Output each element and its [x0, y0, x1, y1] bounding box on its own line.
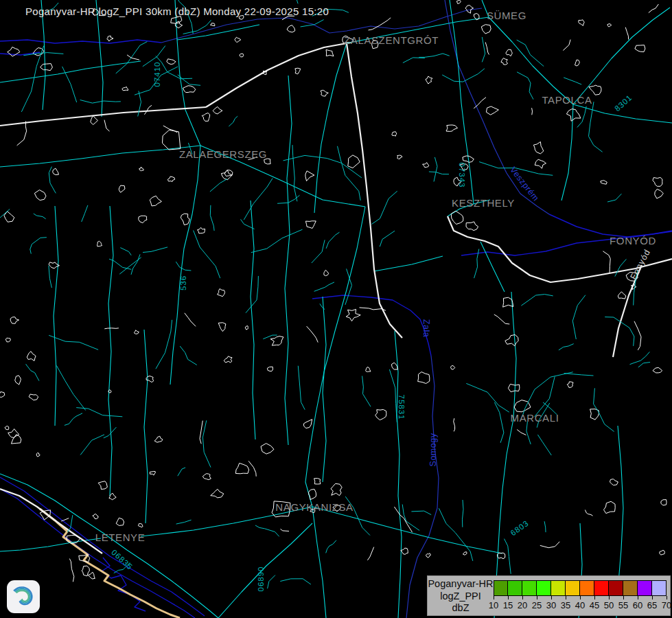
- minor-road-line: [419, 54, 450, 57]
- minor-road-line: [572, 295, 586, 339]
- legend-tick-label: 25: [529, 600, 544, 610]
- minor-road-line: [119, 258, 141, 274]
- settlement-outline: [181, 214, 189, 225]
- minor-road-line: [466, 383, 509, 412]
- settlement-outline: [5, 426, 9, 429]
- legend-tick-label: 15: [500, 600, 515, 610]
- small-outline-line: [625, 27, 628, 40]
- settlement-outline: [463, 552, 467, 556]
- legend-tick-mark: [594, 596, 595, 599]
- minor-road-line: [403, 58, 425, 63]
- settlement-outline: [150, 196, 161, 206]
- legend-color-cell: [566, 580, 580, 596]
- legend-tick-label: 30: [544, 600, 559, 610]
- settlement-outline: [610, 479, 618, 485]
- road-line: [312, 507, 326, 618]
- minor-road-line: [314, 282, 334, 291]
- road-line: [170, 146, 200, 385]
- legend-color-cell: [580, 580, 594, 596]
- settlement-outline: [138, 524, 143, 527]
- settlement-outline: [261, 444, 274, 454]
- map-canvas: [0, 0, 672, 618]
- minor-road-line: [49, 266, 52, 288]
- minor-road-line: [188, 143, 192, 154]
- radar-viewport: SÜMEGZALASZENTGRÓTTAPOLCAZALAEGERSZEGKES…: [0, 0, 672, 618]
- small-outline-line: [603, 251, 610, 273]
- minor-road-line: [312, 240, 325, 263]
- settlement-outline: [346, 309, 360, 321]
- legend-color-cell: [551, 580, 566, 596]
- legend-tick-mark: [580, 596, 581, 599]
- minor-road-line: [559, 344, 574, 350]
- settlement-outline: [139, 167, 143, 171]
- minor-road-line: [176, 262, 191, 271]
- settlement-outline: [122, 87, 128, 90]
- small-outline-line: [248, 157, 257, 159]
- settlement-outline: [0, 392, 5, 398]
- small-outline-line: [61, 518, 69, 521]
- legend-tick-mark: [494, 596, 494, 599]
- small-outline-line: [163, 126, 178, 133]
- settlement-outline: [163, 130, 181, 150]
- small-outline-line: [144, 105, 152, 115]
- settlement-outline: [567, 382, 573, 388]
- road-line: [561, 104, 573, 201]
- settlement-outline: [589, 85, 601, 95]
- minor-road-line: [607, 194, 621, 202]
- settlement-outline: [263, 71, 267, 75]
- minor-road-line: [301, 20, 324, 27]
- settlement-outline: [397, 155, 402, 159]
- small-outline-line: [69, 559, 74, 582]
- road-line: [0, 146, 200, 167]
- legend-tick-mark: [537, 596, 537, 599]
- settlement-outline: [653, 177, 662, 186]
- minor-road-line: [494, 402, 504, 443]
- legend-color-cell: [522, 580, 537, 596]
- small-outline-line: [127, 55, 139, 60]
- minor-road-line: [345, 496, 370, 536]
- minor-road-line: [615, 259, 627, 276]
- road-line: [450, 0, 474, 204]
- settlement-outline: [40, 64, 53, 71]
- settlement-outline: [604, 501, 616, 513]
- minor-road-line: [522, 372, 572, 417]
- settlement-outline: [36, 453, 40, 457]
- legend-tick-label: 40: [572, 600, 588, 610]
- settlement-outline: [150, 471, 155, 475]
- legend-tick-mark: [566, 596, 566, 599]
- minor-road-line: [320, 304, 325, 309]
- small-outline-line: [281, 529, 290, 531]
- minor-road-line: [80, 100, 121, 104]
- legend-panel: Poganyvar-HR logZ_PPI dbZ 10152025303540…: [427, 575, 671, 616]
- settlement-outline: [10, 317, 19, 324]
- main-road-line: [347, 43, 402, 338]
- settlement-outline: [375, 409, 386, 420]
- road-line: [573, 8, 670, 104]
- settlement-outline: [235, 37, 241, 42]
- minor-road-line: [76, 408, 122, 417]
- minor-road-line: [280, 579, 311, 584]
- settlement-outline: [267, 367, 273, 371]
- road-line: [482, 0, 489, 17]
- minor-road-line: [255, 525, 279, 536]
- small-outline-line: [540, 542, 560, 548]
- minor-road-line: [210, 179, 227, 192]
- settlement-outline: [304, 420, 312, 428]
- road-line: [96, 0, 103, 117]
- minor-road-line: [326, 232, 339, 249]
- legend-color-cell: [652, 580, 667, 596]
- legend-unit: dbZ: [428, 602, 494, 615]
- small-outline-line: [367, 547, 373, 560]
- settlement-outline: [348, 155, 360, 168]
- minor-road-line: [326, 540, 336, 553]
- road-line: [395, 331, 402, 618]
- minor-road-line: [246, 276, 258, 313]
- minor-road-line: [180, 346, 197, 365]
- minor-road-line: [210, 205, 214, 231]
- minor-road-line: [402, 505, 419, 531]
- minor-road-line: [434, 157, 437, 182]
- settlement-outline: [139, 216, 147, 222]
- settlement-outline: [213, 106, 222, 114]
- legend-color-cell: [638, 580, 652, 596]
- settlement-outline: [486, 106, 498, 115]
